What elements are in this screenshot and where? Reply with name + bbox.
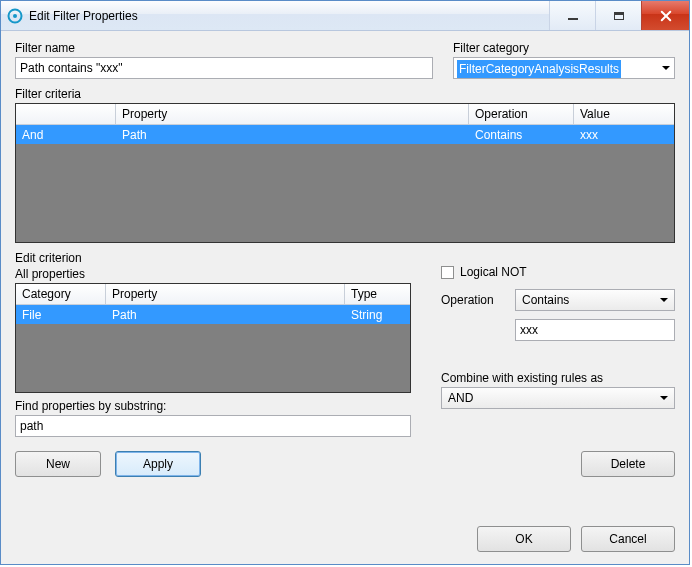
- dialog-window: Edit Filter Properties Filter name Filte…: [0, 0, 690, 565]
- operation-select[interactable]: Contains: [515, 289, 675, 311]
- minimize-button[interactable]: [549, 1, 595, 30]
- properties-header: Category Property Type: [16, 284, 410, 305]
- logical-not-label: Logical NOT: [460, 265, 527, 279]
- delete-button[interactable]: Delete: [581, 451, 675, 477]
- prop-col-type: Type: [345, 284, 410, 305]
- find-properties-input[interactable]: [15, 415, 411, 437]
- criteria-cell-operation: Contains: [469, 127, 574, 143]
- chevron-down-icon: [660, 396, 668, 400]
- criteria-header: Property Operation Value: [16, 104, 674, 125]
- criteria-row[interactable]: And Path Contains xxx: [16, 125, 674, 144]
- value-input[interactable]: [515, 319, 675, 341]
- ok-button[interactable]: OK: [477, 526, 571, 552]
- criteria-grid[interactable]: Property Operation Value And Path Contai…: [15, 103, 675, 243]
- new-button[interactable]: New: [15, 451, 101, 477]
- combine-selected: AND: [448, 391, 473, 405]
- prop-cell-type: String: [345, 307, 410, 323]
- prop-col-category: Category: [16, 284, 106, 305]
- criteria-col-logic: [16, 104, 116, 125]
- criteria-cell-property: Path: [116, 127, 469, 143]
- operation-selected: Contains: [522, 293, 569, 307]
- properties-row[interactable]: File Path String: [16, 305, 410, 324]
- chevron-down-icon: [662, 66, 670, 70]
- logical-not-checkbox[interactable]: Logical NOT: [441, 265, 675, 279]
- close-button[interactable]: [641, 1, 689, 30]
- titlebar[interactable]: Edit Filter Properties: [1, 1, 689, 31]
- find-properties-label: Find properties by substring:: [15, 399, 411, 413]
- dialog-content: Filter name Filter category FilterCatego…: [1, 31, 689, 564]
- app-icon: [7, 8, 23, 24]
- filter-category-label: Filter category: [453, 41, 675, 55]
- prop-cell-category: File: [16, 307, 106, 323]
- criteria-col-value: Value: [574, 104, 674, 125]
- edit-criterion-label: Edit criterion: [15, 251, 411, 265]
- combine-select[interactable]: AND: [441, 387, 675, 409]
- filter-category-selected: FilterCategoryAnalysisResults: [457, 60, 621, 78]
- filter-criteria-label: Filter criteria: [15, 87, 675, 101]
- criteria-col-operation: Operation: [469, 104, 574, 125]
- prop-cell-property: Path: [106, 307, 345, 323]
- combine-label: Combine with existing rules as: [441, 371, 675, 385]
- svg-point-1: [13, 14, 17, 18]
- window-title: Edit Filter Properties: [29, 9, 549, 23]
- filter-name-input[interactable]: [15, 57, 433, 79]
- maximize-button[interactable]: [595, 1, 641, 30]
- properties-grid[interactable]: Category Property Type File Path String: [15, 283, 411, 393]
- prop-col-property: Property: [106, 284, 345, 305]
- filter-category-select[interactable]: FilterCategoryAnalysisResults: [453, 57, 675, 79]
- checkbox-icon: [441, 266, 454, 279]
- apply-button[interactable]: Apply: [115, 451, 201, 477]
- chevron-down-icon: [660, 298, 668, 302]
- operation-label: Operation: [441, 293, 505, 307]
- all-properties-label: All properties: [15, 267, 411, 281]
- window-buttons: [549, 1, 689, 30]
- cancel-button[interactable]: Cancel: [581, 526, 675, 552]
- criteria-col-property: Property: [116, 104, 469, 125]
- criteria-cell-logic: And: [16, 127, 116, 143]
- criteria-cell-value: xxx: [574, 127, 674, 143]
- filter-name-label: Filter name: [15, 41, 433, 55]
